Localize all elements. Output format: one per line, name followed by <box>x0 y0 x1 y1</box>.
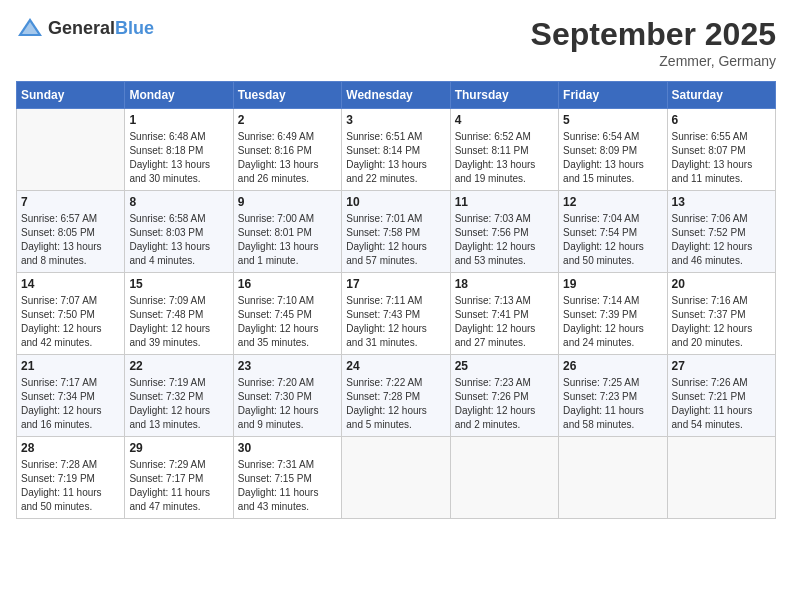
day-number: 25 <box>455 359 554 373</box>
day-number: 14 <box>21 277 120 291</box>
day-number: 6 <box>672 113 771 127</box>
day-number: 4 <box>455 113 554 127</box>
day-info: Sunrise: 7:04 AMSunset: 7:54 PMDaylight:… <box>563 212 662 268</box>
calendar-cell: 12Sunrise: 7:04 AMSunset: 7:54 PMDayligh… <box>559 191 667 273</box>
day-number: 26 <box>563 359 662 373</box>
calendar-cell: 8Sunrise: 6:58 AMSunset: 8:03 PMDaylight… <box>125 191 233 273</box>
day-info: Sunrise: 6:57 AMSunset: 8:05 PMDaylight:… <box>21 212 120 268</box>
day-info: Sunrise: 7:13 AMSunset: 7:41 PMDaylight:… <box>455 294 554 350</box>
day-info: Sunrise: 7:03 AMSunset: 7:56 PMDaylight:… <box>455 212 554 268</box>
weekday-header-sunday: Sunday <box>17 82 125 109</box>
day-info: Sunrise: 7:25 AMSunset: 7:23 PMDaylight:… <box>563 376 662 432</box>
calendar-cell: 5Sunrise: 6:54 AMSunset: 8:09 PMDaylight… <box>559 109 667 191</box>
day-number: 3 <box>346 113 445 127</box>
calendar-row-4: 28Sunrise: 7:28 AMSunset: 7:19 PMDayligh… <box>17 437 776 519</box>
calendar-row-0: 1Sunrise: 6:48 AMSunset: 8:18 PMDaylight… <box>17 109 776 191</box>
day-info: Sunrise: 6:51 AMSunset: 8:14 PMDaylight:… <box>346 130 445 186</box>
calendar-cell: 10Sunrise: 7:01 AMSunset: 7:58 PMDayligh… <box>342 191 450 273</box>
day-info: Sunrise: 6:52 AMSunset: 8:11 PMDaylight:… <box>455 130 554 186</box>
calendar-cell: 14Sunrise: 7:07 AMSunset: 7:50 PMDayligh… <box>17 273 125 355</box>
calendar-cell: 18Sunrise: 7:13 AMSunset: 7:41 PMDayligh… <box>450 273 558 355</box>
day-number: 8 <box>129 195 228 209</box>
calendar-cell: 1Sunrise: 6:48 AMSunset: 8:18 PMDaylight… <box>125 109 233 191</box>
page-header: GeneralBlue September 2025 Zemmer, Germa… <box>16 16 776 69</box>
weekday-header-tuesday: Tuesday <box>233 82 341 109</box>
day-info: Sunrise: 7:29 AMSunset: 7:17 PMDaylight:… <box>129 458 228 514</box>
day-info: Sunrise: 7:00 AMSunset: 8:01 PMDaylight:… <box>238 212 337 268</box>
day-number: 30 <box>238 441 337 455</box>
day-number: 22 <box>129 359 228 373</box>
calendar-cell <box>450 437 558 519</box>
day-number: 21 <box>21 359 120 373</box>
day-number: 17 <box>346 277 445 291</box>
calendar-cell: 24Sunrise: 7:22 AMSunset: 7:28 PMDayligh… <box>342 355 450 437</box>
day-number: 7 <box>21 195 120 209</box>
calendar-cell: 30Sunrise: 7:31 AMSunset: 7:15 PMDayligh… <box>233 437 341 519</box>
calendar-cell: 25Sunrise: 7:23 AMSunset: 7:26 PMDayligh… <box>450 355 558 437</box>
day-info: Sunrise: 7:11 AMSunset: 7:43 PMDaylight:… <box>346 294 445 350</box>
calendar-row-1: 7Sunrise: 6:57 AMSunset: 8:05 PMDaylight… <box>17 191 776 273</box>
day-info: Sunrise: 7:07 AMSunset: 7:50 PMDaylight:… <box>21 294 120 350</box>
day-number: 16 <box>238 277 337 291</box>
day-number: 19 <box>563 277 662 291</box>
calendar-cell <box>342 437 450 519</box>
calendar-cell: 22Sunrise: 7:19 AMSunset: 7:32 PMDayligh… <box>125 355 233 437</box>
day-info: Sunrise: 7:06 AMSunset: 7:52 PMDaylight:… <box>672 212 771 268</box>
day-info: Sunrise: 7:19 AMSunset: 7:32 PMDaylight:… <box>129 376 228 432</box>
calendar-cell: 15Sunrise: 7:09 AMSunset: 7:48 PMDayligh… <box>125 273 233 355</box>
calendar-cell: 19Sunrise: 7:14 AMSunset: 7:39 PMDayligh… <box>559 273 667 355</box>
calendar-cell: 9Sunrise: 7:00 AMSunset: 8:01 PMDaylight… <box>233 191 341 273</box>
day-number: 5 <box>563 113 662 127</box>
day-info: Sunrise: 7:31 AMSunset: 7:15 PMDaylight:… <box>238 458 337 514</box>
day-info: Sunrise: 7:17 AMSunset: 7:34 PMDaylight:… <box>21 376 120 432</box>
day-number: 1 <box>129 113 228 127</box>
day-info: Sunrise: 7:20 AMSunset: 7:30 PMDaylight:… <box>238 376 337 432</box>
day-number: 15 <box>129 277 228 291</box>
calendar-cell <box>667 437 775 519</box>
day-info: Sunrise: 7:10 AMSunset: 7:45 PMDaylight:… <box>238 294 337 350</box>
calendar-cell: 26Sunrise: 7:25 AMSunset: 7:23 PMDayligh… <box>559 355 667 437</box>
calendar-cell: 20Sunrise: 7:16 AMSunset: 7:37 PMDayligh… <box>667 273 775 355</box>
logo-general-text: General <box>48 18 115 38</box>
day-info: Sunrise: 7:28 AMSunset: 7:19 PMDaylight:… <box>21 458 120 514</box>
weekday-header-wednesday: Wednesday <box>342 82 450 109</box>
calendar-cell: 23Sunrise: 7:20 AMSunset: 7:30 PMDayligh… <box>233 355 341 437</box>
day-info: Sunrise: 7:01 AMSunset: 7:58 PMDaylight:… <box>346 212 445 268</box>
day-number: 10 <box>346 195 445 209</box>
day-info: Sunrise: 7:16 AMSunset: 7:37 PMDaylight:… <box>672 294 771 350</box>
calendar-row-3: 21Sunrise: 7:17 AMSunset: 7:34 PMDayligh… <box>17 355 776 437</box>
day-number: 29 <box>129 441 228 455</box>
day-number: 12 <box>563 195 662 209</box>
calendar-cell: 21Sunrise: 7:17 AMSunset: 7:34 PMDayligh… <box>17 355 125 437</box>
day-number: 24 <box>346 359 445 373</box>
weekday-header-monday: Monday <box>125 82 233 109</box>
calendar-cell: 27Sunrise: 7:26 AMSunset: 7:21 PMDayligh… <box>667 355 775 437</box>
day-info: Sunrise: 6:54 AMSunset: 8:09 PMDaylight:… <box>563 130 662 186</box>
day-info: Sunrise: 6:48 AMSunset: 8:18 PMDaylight:… <box>129 130 228 186</box>
day-info: Sunrise: 7:14 AMSunset: 7:39 PMDaylight:… <box>563 294 662 350</box>
month-title: September 2025 <box>531 16 776 53</box>
logo-blue-text: Blue <box>115 18 154 38</box>
day-number: 11 <box>455 195 554 209</box>
day-info: Sunrise: 6:49 AMSunset: 8:16 PMDaylight:… <box>238 130 337 186</box>
title-area: September 2025 Zemmer, Germany <box>531 16 776 69</box>
calendar-cell: 4Sunrise: 6:52 AMSunset: 8:11 PMDaylight… <box>450 109 558 191</box>
logo-icon <box>16 16 44 40</box>
day-info: Sunrise: 7:22 AMSunset: 7:28 PMDaylight:… <box>346 376 445 432</box>
calendar-cell: 17Sunrise: 7:11 AMSunset: 7:43 PMDayligh… <box>342 273 450 355</box>
calendar-cell: 13Sunrise: 7:06 AMSunset: 7:52 PMDayligh… <box>667 191 775 273</box>
day-number: 9 <box>238 195 337 209</box>
weekday-header-friday: Friday <box>559 82 667 109</box>
calendar-cell: 6Sunrise: 6:55 AMSunset: 8:07 PMDaylight… <box>667 109 775 191</box>
calendar-cell: 16Sunrise: 7:10 AMSunset: 7:45 PMDayligh… <box>233 273 341 355</box>
day-number: 27 <box>672 359 771 373</box>
calendar-cell <box>17 109 125 191</box>
weekday-header-saturday: Saturday <box>667 82 775 109</box>
day-info: Sunrise: 7:09 AMSunset: 7:48 PMDaylight:… <box>129 294 228 350</box>
calendar-cell: 11Sunrise: 7:03 AMSunset: 7:56 PMDayligh… <box>450 191 558 273</box>
day-number: 13 <box>672 195 771 209</box>
day-info: Sunrise: 7:26 AMSunset: 7:21 PMDaylight:… <box>672 376 771 432</box>
calendar-cell: 28Sunrise: 7:28 AMSunset: 7:19 PMDayligh… <box>17 437 125 519</box>
day-number: 2 <box>238 113 337 127</box>
calendar-table: SundayMondayTuesdayWednesdayThursdayFrid… <box>16 81 776 519</box>
